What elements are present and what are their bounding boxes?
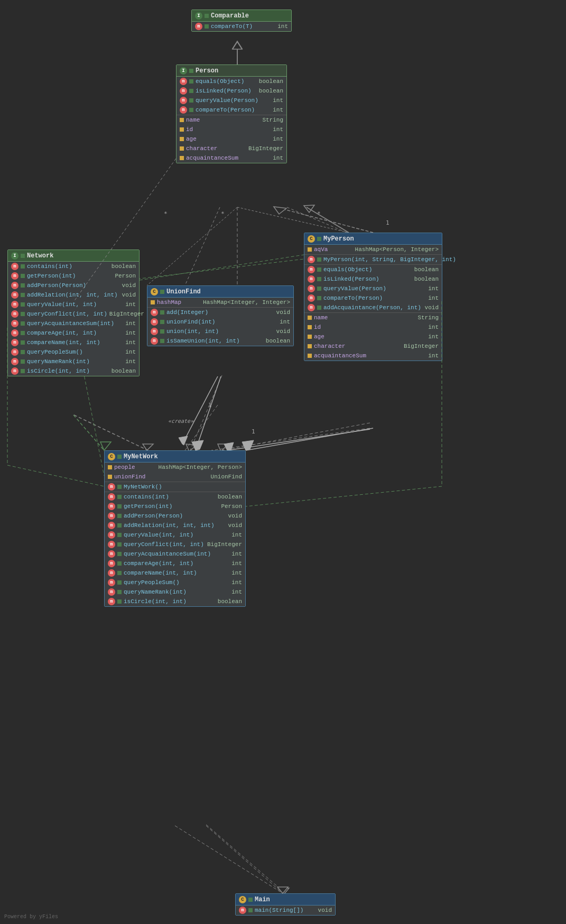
mn-constructor-section: m MyNetWork() <box>105 482 245 492</box>
nm-l7 <box>21 321 25 326</box>
mn-m4: m <box>108 522 115 529</box>
mn-queryValue-n: queryValue(int, int) <box>124 532 229 538</box>
uf-add: m add(Integer) void <box>147 308 293 317</box>
mp-equals-r: boolean <box>414 266 439 273</box>
mp-fb1 <box>308 316 312 320</box>
uf-m4: m <box>151 337 158 345</box>
mn-methods: m contains(int) boolean m getPerson(int)… <box>105 492 245 606</box>
person-header: I Person <box>177 65 286 77</box>
uf-union-n: union(int, int) <box>166 328 274 335</box>
mp-m4: m <box>308 294 315 302</box>
nm-queryNameRank-r: int <box>125 358 136 365</box>
mp-compareTo-n: compareTo(Person) <box>323 295 426 301</box>
mn-l3 <box>117 514 122 518</box>
mp-fields-top: aqVa HashMap<Person, Integer> <box>304 245 442 255</box>
mn-queryNameRank-n: queryNameRank(int) <box>124 589 229 595</box>
network-leaf-badge <box>21 254 25 258</box>
nm-addPerson-r: void <box>122 282 136 289</box>
mn-m1: m <box>108 493 115 501</box>
main-method-r: void <box>318 907 332 913</box>
comparable-title: Comparable <box>211 12 249 20</box>
nm-compareName-r: int <box>125 339 136 346</box>
uf-methods: m add(Integer) void m unionFind(int) int… <box>147 308 293 346</box>
mn-fb1 <box>108 465 112 469</box>
svg-line-11 <box>127 259 304 280</box>
mn-uf-n: unionFind <box>114 474 209 480</box>
svg-text:*: * <box>317 210 321 217</box>
fchar-name: character <box>186 145 246 152</box>
nm-l5 <box>21 302 25 307</box>
uf-isSameUnion-n: isSameUnion(int, int) <box>166 338 264 344</box>
mp-queryValue-r: int <box>428 285 439 292</box>
mp-fb3 <box>308 335 312 339</box>
mp-m1: m <box>308 266 315 273</box>
uf-l1 <box>160 310 164 315</box>
compareTo-return: int <box>273 107 283 113</box>
main-l1 <box>248 908 253 912</box>
mp-compareTo: m compareTo(Person) int <box>304 293 442 303</box>
uf-m3: m <box>151 328 158 335</box>
comparable-methods: m compareTo(T) int <box>192 22 291 31</box>
main-leaf-badge <box>248 898 253 902</box>
mp-fid-n: id <box>314 324 426 330</box>
method-leaf <box>205 24 209 29</box>
nm-isCircle: m isCircle(int, int) boolean <box>8 366 139 376</box>
nm-l2 <box>21 274 25 278</box>
method-queryValue: m queryValue(Person) int <box>177 96 286 105</box>
person-fields: name String id int age int character Big… <box>177 115 286 163</box>
queryValue-name: queryValue(Person) <box>196 97 271 104</box>
person-title: Person <box>196 67 218 75</box>
main-header: C Main <box>236 894 335 905</box>
mn-l2 <box>117 504 122 509</box>
uf-l3 <box>160 329 164 334</box>
uf-leaf-badge <box>160 290 164 294</box>
isLinked-return: boolean <box>259 88 283 94</box>
field-character: character BigInteger <box>177 144 286 153</box>
svg-line-14 <box>147 207 237 285</box>
isLinked-name: isLinked(Person) <box>196 88 257 94</box>
network-header: I Network <box>8 250 139 262</box>
nm-contains-r: boolean <box>112 263 136 270</box>
mn-contains: m contains(int) boolean <box>105 492 245 502</box>
nm-m6: m <box>11 310 18 318</box>
field-badge-age <box>180 137 184 141</box>
mn-m7: m <box>108 550 115 558</box>
mn-isCircle-n: isCircle(int, int) <box>124 598 216 605</box>
svg-text:*: * <box>221 210 225 217</box>
diagram-container: I Comparable m compareTo(T) int I Person… <box>0 0 566 924</box>
mn-getPerson-r: Person <box>221 503 242 510</box>
method-compareTo-T: m compareTo(T) int <box>192 22 291 31</box>
network-i-badge: I <box>11 252 18 260</box>
nm-queryValue-r: int <box>125 301 136 308</box>
mn-constructor: m MyNetWork() <box>105 482 245 492</box>
mn-queryPeople-n: queryPeopleSum() <box>124 579 229 586</box>
myperson-class: C MyPerson aqVa HashMap<Person, Integer>… <box>304 233 442 361</box>
mn-people-field: people HashMap<Integer, Person> <box>105 463 245 472</box>
nm-queryValue: m queryValue(int, int) int <box>8 300 139 309</box>
field-badge-id <box>180 127 184 132</box>
mn-compareAge-n: compareAge(int, int) <box>124 560 229 567</box>
nm-getPerson: m getPerson(int) Person <box>8 271 139 281</box>
mp-fage: age int <box>304 332 442 341</box>
nm-compareName-n: compareName(int, int) <box>27 339 123 346</box>
uf-f-badge <box>151 300 155 304</box>
unionfind-class: C UnionFind hashMap HashMap<Integer, Int… <box>147 285 294 346</box>
main-c-badge: C <box>239 896 246 903</box>
mn-l7 <box>117 552 122 556</box>
svg-marker-27 <box>274 207 286 214</box>
mn-queryValue: m queryValue(int, int) int <box>105 530 245 540</box>
mn-fields-top: people HashMap<Integer, Person> unionFin… <box>105 463 245 482</box>
svg-line-32 <box>287 207 347 233</box>
mn-m9: m <box>108 569 115 577</box>
uf-hashmap-n: hashMap <box>157 299 201 306</box>
uf-union-r: void <box>276 328 290 335</box>
mp-l3 <box>317 287 321 291</box>
mn-addRelation: m addRelation(int, int, int) void <box>105 521 245 530</box>
mn-l5 <box>117 533 122 537</box>
svg-marker-1 <box>233 41 242 49</box>
mn-getPerson: m getPerson(int) Person <box>105 502 245 511</box>
nm-m12: m <box>11 367 18 375</box>
nm-queryNameRank: m queryNameRank(int) int <box>8 357 139 366</box>
uf-m1: m <box>151 309 158 316</box>
method-compareTo-T-name: compareTo(T) <box>211 23 275 30</box>
